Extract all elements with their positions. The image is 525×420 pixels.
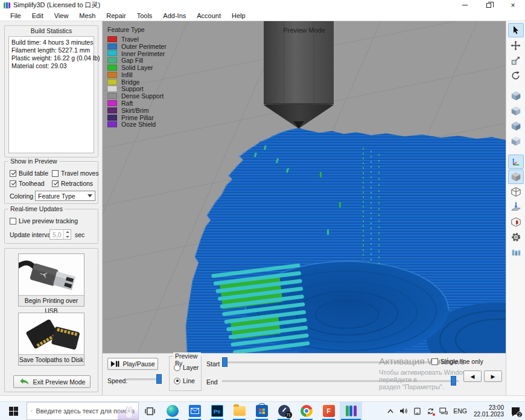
radio-layer[interactable]: Layer: [174, 364, 199, 371]
menu-item-mesh[interactable]: Mesh: [74, 10, 101, 21]
notification-center-button[interactable]: 2: [508, 404, 523, 418]
toolpaths-tool[interactable]: [508, 245, 524, 259]
infill-swatch: [107, 72, 117, 78]
place-on-bed-tool[interactable]: [508, 200, 524, 214]
taskbar-app-chrome[interactable]: [295, 402, 317, 420]
simplify3d-taskbar-icon: [346, 406, 357, 416]
taskbar-app-fusion[interactable]: F: [317, 402, 340, 420]
usb-plug-image: [19, 254, 84, 295]
exit-preview-mode-button[interactable]: Exit Preview Mode: [13, 375, 91, 388]
restore-button[interactable]: [477, 0, 501, 10]
radio-line[interactable]: Line: [174, 377, 195, 384]
start-slider-handle[interactable]: [222, 357, 228, 367]
menu-item-file[interactable]: File: [5, 10, 27, 21]
step-forward-button[interactable]: ▶: [484, 371, 502, 382]
dense-support-swatch: [107, 93, 117, 99]
notification-count-badge: 2: [517, 412, 523, 418]
edge-icon: [167, 405, 179, 417]
select-tool[interactable]: [508, 23, 524, 37]
taskbar-app-edge[interactable]: [161, 402, 183, 420]
taskbar-app-simplify3d[interactable]: [340, 402, 362, 420]
save-toolpaths-button[interactable]: Save Toolpaths to Disk: [18, 313, 84, 366]
solid-model-tool[interactable]: [508, 170, 524, 184]
cube-view-top-tool[interactable]: [508, 119, 524, 133]
settings-tool[interactable]: [508, 230, 524, 244]
hidden-icons-chevron[interactable]: [384, 404, 396, 418]
menu-item-repair[interactable]: Repair: [101, 10, 131, 21]
menu-item-tools[interactable]: Tools: [132, 10, 158, 21]
begin-printing-usb-button[interactable]: Begin Printing over USB: [18, 253, 84, 307]
taskbar-app-photoshop[interactable]: Ps: [206, 402, 228, 420]
clock[interactable]: 23:00 22.01.2023: [471, 404, 507, 418]
taskbar-search[interactable]: Введите здесь текст для поиска: [27, 402, 139, 420]
checkbox-live-preview-tracking[interactable]: Live preview tracking: [10, 217, 78, 224]
close-button[interactable]: ×: [501, 0, 525, 10]
coloring-dropdown[interactable]: Feature Type: [35, 191, 95, 201]
simplify3d-logo-icon: [4, 2, 10, 8]
checkbox-travel-moves[interactable]: Travel moves: [52, 170, 99, 177]
language-indicator[interactable]: ENG: [451, 407, 469, 415]
checkbox-single-line-only[interactable]: Single line only: [431, 358, 483, 365]
taskbar-app-store[interactable]: [250, 402, 273, 420]
taskbar-app-explorer[interactable]: [228, 402, 250, 420]
start-button[interactable]: [0, 402, 27, 420]
menu-item-view[interactable]: View: [49, 10, 74, 21]
rotate-tool[interactable]: [508, 68, 524, 83]
scale-tool[interactable]: [508, 53, 524, 68]
menu-item-edit[interactable]: Edit: [27, 10, 49, 21]
left-panel: Build Statistics Build time: 4 hours 3 m…: [0, 21, 103, 395]
menu-item-addins[interactable]: Add-Ins: [158, 10, 191, 21]
checkbox-toolhead[interactable]: Toolhead: [10, 180, 45, 187]
volume-icon[interactable]: [398, 404, 410, 418]
place-surface-icon: [511, 202, 521, 212]
end-slider[interactable]: [222, 376, 459, 386]
checkbox-retractions[interactable]: Retractions: [52, 180, 93, 187]
live-tracking-checkbox-icon: [10, 218, 16, 224]
start-slider[interactable]: [222, 357, 459, 367]
menu-item-help[interactable]: Help: [226, 10, 251, 21]
spin-up-icon[interactable]: [64, 230, 71, 235]
green-back-arrow-icon: [19, 378, 30, 386]
update-interval-spinbox[interactable]: 5,0: [49, 229, 71, 240]
legend-item-outer-perimeter: Outer Perimeter: [107, 43, 167, 50]
chrome-icon: [301, 405, 313, 417]
speed-slider[interactable]: [127, 374, 162, 384]
viewport-3d[interactable]: Preview Mode Feature Type Travel Outer P…: [103, 21, 506, 353]
task-view-button[interactable]: [139, 402, 161, 420]
cube-view-side-tool[interactable]: [508, 104, 524, 118]
rotate-icon: [511, 71, 521, 81]
menu-item-account[interactable]: Account: [191, 10, 226, 21]
sync-alert-icon[interactable]: [424, 404, 436, 418]
move-tool[interactable]: [508, 38, 524, 52]
realtime-updates-group: Real-time Updates Live preview tracking …: [4, 209, 98, 244]
wireframe-tool[interactable]: [508, 185, 524, 199]
sd-cards-image: [19, 313, 84, 354]
step-back-button[interactable]: ◀: [463, 371, 482, 382]
end-slider-handle[interactable]: [451, 376, 456, 386]
spin-down-icon[interactable]: [64, 235, 71, 240]
minimize-button[interactable]: [453, 0, 477, 10]
microsoft-store-icon: [256, 405, 268, 417]
build-statistics-title: Build Statistics: [5, 27, 98, 34]
coordinate-axes-tool[interactable]: [508, 154, 524, 169]
speed-slider-handle[interactable]: [156, 374, 162, 384]
tray-time: 23:00: [489, 404, 504, 411]
play-pause-button[interactable]: Play/Pause: [107, 358, 158, 370]
checkbox-build-table[interactable]: Build table: [10, 170, 48, 177]
device-icon[interactable]: [411, 404, 423, 418]
cube-icon: [511, 121, 521, 132]
titlebar: Simplify3D (Licensed to 口灵) ×: [0, 0, 525, 10]
cube-view-iso-tool[interactable]: [508, 134, 524, 148]
legend-item-infill: Infill: [107, 71, 167, 78]
fusion-icon: F: [323, 405, 335, 417]
cube-view-front-tool[interactable]: [508, 89, 524, 103]
taskbar-app-speedtest[interactable]: 71: [273, 402, 295, 420]
cube-icon: [511, 91, 521, 101]
network-icon[interactable]: [438, 404, 450, 418]
update-interval-label: Update interval: [10, 231, 52, 238]
legend-title: Feature Type: [107, 26, 167, 33]
output-group: Begin Printing over USB: [4, 248, 98, 392]
taskbar-app-mail[interactable]: [183, 402, 206, 420]
xyz-axes-icon: [511, 157, 521, 167]
cross-section-tool[interactable]: [508, 215, 524, 229]
